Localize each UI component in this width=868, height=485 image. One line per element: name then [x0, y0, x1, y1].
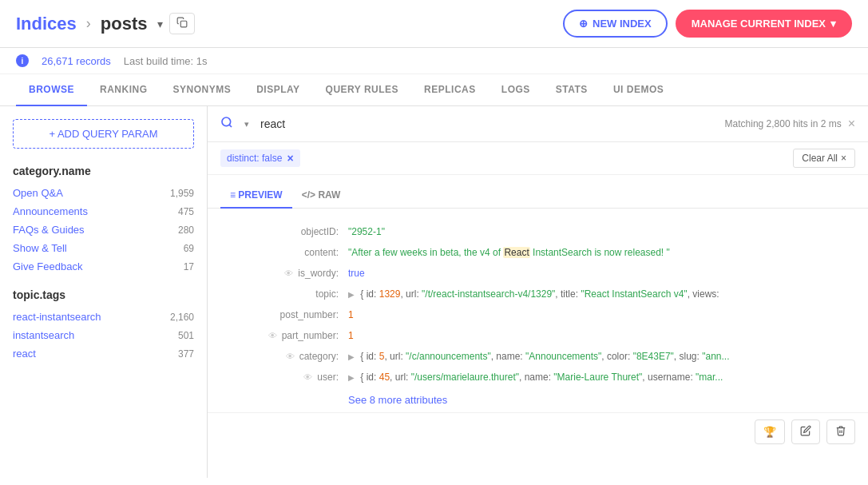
- facet-count-announcements: 475: [178, 206, 194, 217]
- record-count: 26,671 records: [42, 55, 111, 67]
- field-name-user: 👁user:: [220, 370, 348, 383]
- facet-count-react-instantsearch: 2,160: [170, 312, 194, 323]
- tab-stats[interactable]: STATS: [543, 74, 600, 106]
- facet-link-instantsearch[interactable]: instantsearch: [13, 329, 74, 341]
- record-row-category: 👁category: ▶ { id: 5, url: "/c/announcem…: [208, 346, 868, 367]
- eye-icon-is-wordy: 👁: [284, 268, 293, 278]
- facet-count-react: 377: [178, 348, 194, 360]
- field-value-category: ▶ { id: 5, url: "/c/announcements", name…: [348, 349, 855, 364]
- field-name-part-number: 👁part_number:: [220, 328, 348, 341]
- facet-link-show-tell[interactable]: Show & Tell: [13, 242, 67, 254]
- close-search-button[interactable]: ×: [848, 117, 855, 131]
- facet-group-tags: topic.tags react-instantsearch 2,160 ins…: [13, 288, 194, 360]
- facet-item-show-tell: Show & Tell 69: [13, 242, 194, 254]
- facet-item-instantsearch: instantsearch 501: [13, 329, 194, 341]
- expand-user-icon[interactable]: ▶: [348, 373, 355, 382]
- indices-link[interactable]: Indices: [16, 14, 77, 34]
- new-index-button[interactable]: ⊕ NEW INDEX: [563, 10, 668, 38]
- field-name-topic: topic:: [220, 287, 348, 300]
- tab-replicas[interactable]: REPLICAS: [411, 74, 489, 106]
- facet-link-faqs[interactable]: FAQs & Guides: [13, 224, 85, 236]
- record-table: objectID: "2952-1" content: "After a few…: [208, 221, 868, 451]
- facet-count-faqs: 280: [178, 225, 194, 236]
- field-name-category: 👁category:: [220, 349, 348, 362]
- facet-title-tags: topic.tags: [13, 288, 194, 301]
- eye-icon-category: 👁: [286, 352, 295, 361]
- field-name-is-wordy: 👁is_wordy:: [220, 266, 348, 279]
- svg-point-1: [222, 117, 231, 126]
- search-icon: [220, 116, 233, 132]
- field-value-part-number: 1: [348, 328, 855, 343]
- result-tab-raw[interactable]: </> RAW: [292, 183, 351, 209]
- trophy-action-button[interactable]: 🏆: [755, 419, 785, 444]
- facet-item-react-instantsearch: react-instantsearch 2,160: [13, 311, 194, 323]
- edit-action-button[interactable]: [791, 419, 820, 444]
- facet-title-category: category.name: [13, 165, 194, 177]
- record-row-post-number: post_number: 1: [208, 304, 868, 325]
- eye-icon-part-number: 👁: [268, 331, 277, 340]
- facet-item-open-qa: Open Q&A 1,959: [13, 187, 194, 199]
- record-row-user: 👁user: ▶ { id: 45, url: "/users/marielau…: [208, 367, 868, 388]
- tab-browse[interactable]: BROWSE: [16, 74, 87, 106]
- info-icon: i: [16, 54, 29, 67]
- copy-index-button[interactable]: [169, 13, 195, 34]
- facet-count-open-qa: 1,959: [170, 188, 194, 199]
- tab-query-rules[interactable]: QUERY RULES: [313, 74, 412, 106]
- tab-ranking[interactable]: RANKING: [87, 74, 161, 106]
- header-left: Indices › posts ▾: [16, 13, 563, 34]
- result-content: objectID: "2952-1" content: "After a few…: [208, 209, 868, 478]
- list-icon: ≡: [230, 189, 236, 201]
- build-time: Last build time: 1s: [124, 55, 208, 67]
- field-value-is-wordy: true: [348, 266, 855, 280]
- plus-circle-icon: ⊕: [579, 18, 588, 30]
- facet-item-announcements: Announcements 475: [13, 205, 194, 217]
- search-bar: ▾ Matching 2,800 hits in 2 ms ×: [208, 106, 868, 142]
- field-name-post-number: post_number:: [220, 308, 348, 320]
- see-more-attributes-link[interactable]: See 8 more attributes: [208, 388, 868, 412]
- expand-topic-icon[interactable]: ▶: [348, 290, 355, 299]
- expand-category-icon[interactable]: ▶: [348, 352, 355, 361]
- record-row-objectid: objectID: "2952-1": [208, 221, 868, 242]
- facet-item-react: react 377: [13, 348, 194, 360]
- search-input[interactable]: [260, 117, 719, 130]
- tab-ui-demos[interactable]: UI DEMOS: [600, 74, 676, 106]
- field-name-content: content:: [220, 245, 348, 258]
- add-query-param-button[interactable]: + ADD QUERY PARAM: [13, 119, 194, 149]
- field-name-objectid: objectID:: [220, 225, 348, 237]
- index-name: posts: [101, 14, 148, 34]
- eye-icon-user: 👁: [303, 372, 312, 382]
- facet-count-show-tell: 69: [184, 243, 194, 254]
- search-filter-button[interactable]: ▾: [240, 117, 254, 131]
- filter-chip-distinct: distinct: false ×: [220, 149, 300, 167]
- facet-link-open-qa[interactable]: Open Q&A: [13, 187, 63, 199]
- header: Indices › posts ▾ ⊕ NEW INDEX MANAGE CUR…: [0, 0, 868, 48]
- record-row-content: content: "After a few weeks in beta, the…: [208, 242, 868, 263]
- field-value-topic: ▶ { id: 1329, url: "/t/react-instantsear…: [348, 287, 855, 301]
- match-info: Matching 2,800 hits in 2 ms: [725, 118, 842, 129]
- facet-link-react-instantsearch[interactable]: react-instantsearch: [13, 311, 101, 323]
- sub-header: i 26,671 records Last build time: 1s: [0, 48, 868, 74]
- clear-all-x-icon: ×: [841, 153, 846, 164]
- delete-action-button[interactable]: [826, 419, 855, 444]
- manage-index-button[interactable]: MANAGE CURRENT INDEX ▾: [676, 10, 852, 38]
- record-row-topic: topic: ▶ { id: 1329, url: "/t/react-inst…: [208, 284, 868, 304]
- clear-all-button[interactable]: Clear All ×: [793, 149, 855, 168]
- field-value-content: "After a few weeks in beta, the v4 of Re…: [348, 245, 855, 260]
- tab-logs[interactable]: LOGS: [489, 74, 543, 106]
- main-content: + ADD QUERY PARAM category.name Open Q&A…: [0, 106, 868, 478]
- result-tabs: ≡ PREVIEW </> RAW: [208, 175, 868, 209]
- field-value-objectid: "2952-1": [348, 225, 855, 239]
- facet-link-announcements[interactable]: Announcements: [13, 205, 88, 217]
- facet-item-give-feedback: Give Feedback 17: [13, 260, 194, 272]
- facet-link-give-feedback[interactable]: Give Feedback: [13, 260, 82, 272]
- chevron-down-icon: ▾: [830, 18, 836, 30]
- facet-link-react[interactable]: react: [13, 348, 36, 360]
- result-tab-preview[interactable]: ≡ PREVIEW: [220, 183, 292, 209]
- main-tabs: BROWSE RANKING SYNONYMS DISPLAY QUERY RU…: [0, 74, 868, 106]
- filter-chip-label: distinct: false: [227, 153, 282, 164]
- filter-chip-remove-button[interactable]: ×: [287, 152, 293, 165]
- tab-display[interactable]: DISPLAY: [244, 74, 312, 106]
- tab-synonyms[interactable]: SYNONYMS: [161, 74, 244, 106]
- index-dropdown-button[interactable]: ▾: [157, 18, 163, 30]
- highlight-react: React: [503, 247, 529, 258]
